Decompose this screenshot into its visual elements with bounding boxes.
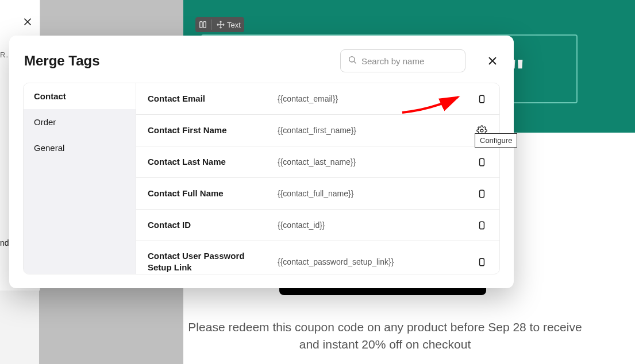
modal-header: Merge Tags: [9, 36, 514, 83]
tag-code: {{contact_full_name}}: [278, 189, 466, 198]
modal-close-button[interactable]: [486, 55, 499, 67]
tag-code: {{contact_id}}: [278, 220, 466, 230]
tag-name: Contact Email: [148, 93, 268, 104]
svg-point-4: [480, 129, 483, 132]
search-icon: [348, 55, 357, 67]
columns-icon[interactable]: [199, 21, 207, 29]
tag-name: Contact User Password Setup Link: [148, 250, 268, 274]
tag-code: {{contact_first_name}}: [278, 126, 466, 135]
tag-code: {{contact_password_setup_link}}: [278, 257, 466, 266]
configure-tooltip: Configure: [475, 133, 517, 148]
copy-icon[interactable]: [475, 219, 488, 231]
sidebar-item-order[interactable]: Order: [24, 109, 136, 135]
svg-rect-5: [479, 158, 484, 166]
sidebar-item-label: Contact: [34, 91, 66, 101]
move-icon: [217, 21, 225, 29]
copy-icon[interactable]: [475, 187, 488, 200]
tag-row: Contact User Password Setup Link {{conta…: [136, 241, 499, 274]
merge-tag-list[interactable]: Contact Email {{contact_email}} Contact …: [136, 83, 499, 274]
search-input[interactable]: [361, 56, 458, 66]
svg-point-2: [349, 57, 355, 62]
sidebar-item-contact[interactable]: Contact: [24, 83, 136, 109]
tag-code: {{contact_last_name}}: [278, 157, 466, 166]
merge-tags-modal: Merge Tags Contact Order: [9, 36, 514, 288]
copy-icon[interactable]: [475, 92, 488, 105]
tag-row: Contact Last Name {{contact_last_name}}: [136, 146, 499, 178]
tag-row: Contact Full Name {{contact_full_name}}: [136, 178, 499, 210]
search-box[interactable]: [340, 49, 465, 72]
move-handle[interactable]: Text: [217, 21, 241, 29]
svg-rect-3: [479, 95, 484, 103]
tag-name: Contact Full Name: [148, 188, 268, 199]
tag-name: Contact ID: [148, 219, 268, 231]
toolbar-separator: [211, 20, 212, 30]
tag-name: Contact First Name: [148, 125, 268, 136]
svg-rect-6: [479, 190, 484, 198]
tag-row: Contact First Name {{contact_first_name}…: [136, 115, 499, 146]
modal-title: Merge Tags: [24, 53, 329, 69]
truncated-label-top: R.: [0, 51, 9, 59]
modal-body: Contact Order General Contact Email {{co…: [23, 83, 500, 274]
tag-row: Contact ID {{contact_id}}: [136, 210, 499, 241]
svg-rect-7: [479, 222, 484, 229]
tag-row: Contact Email {{contact_email}}: [136, 83, 499, 115]
text-block-toolbar: Text: [195, 17, 244, 32]
background-caption: Please redeem this coupon code on any pr…: [184, 319, 586, 354]
close-icon[interactable]: [22, 16, 33, 28]
tag-code: {{contact_email}}: [278, 94, 466, 103]
sidebar-item-label: General: [34, 143, 64, 153]
svg-rect-8: [479, 258, 484, 266]
copy-icon[interactable]: [475, 156, 488, 168]
category-sidebar: Contact Order General: [24, 83, 136, 274]
sidebar-item-label: Order: [34, 117, 56, 127]
svg-rect-0: [200, 22, 202, 28]
toolbar-text-label: Text: [227, 21, 241, 29]
svg-rect-1: [203, 22, 206, 28]
tag-name: Contact Last Name: [148, 156, 268, 168]
copy-icon[interactable]: [475, 255, 488, 268]
sidebar-item-general[interactable]: General: [24, 135, 136, 161]
